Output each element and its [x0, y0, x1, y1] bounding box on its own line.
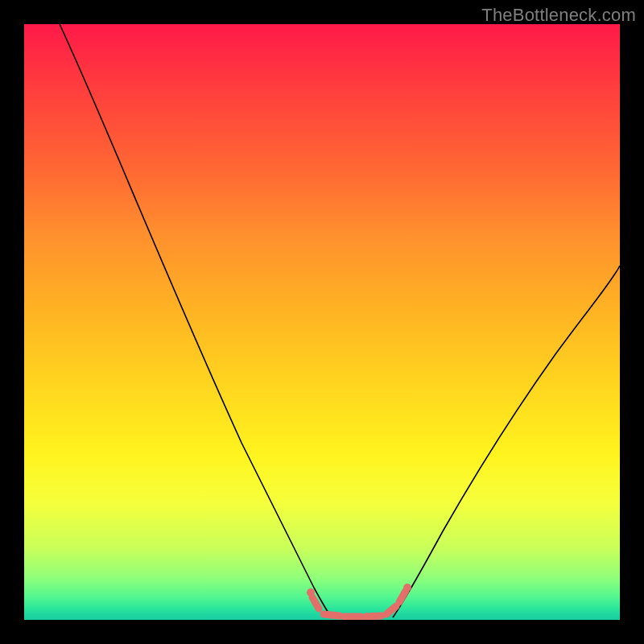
curves-svg: [24, 24, 620, 620]
watermark-text: TheBottleneck.com: [481, 5, 636, 26]
chart-stage: TheBottleneck.com: [0, 0, 644, 644]
bottom-markers: [307, 584, 411, 617]
svg-line-0: [312, 597, 319, 609]
svg-line-4: [386, 606, 396, 614]
svg-line-1: [324, 614, 340, 616]
right-curve: [393, 266, 620, 617]
svg-point-7: [403, 584, 411, 592]
svg-line-5: [399, 591, 406, 602]
left-curve: [60, 24, 332, 617]
plot-area: [24, 24, 620, 620]
svg-point-6: [307, 588, 315, 597]
svg-line-3: [365, 616, 382, 617]
